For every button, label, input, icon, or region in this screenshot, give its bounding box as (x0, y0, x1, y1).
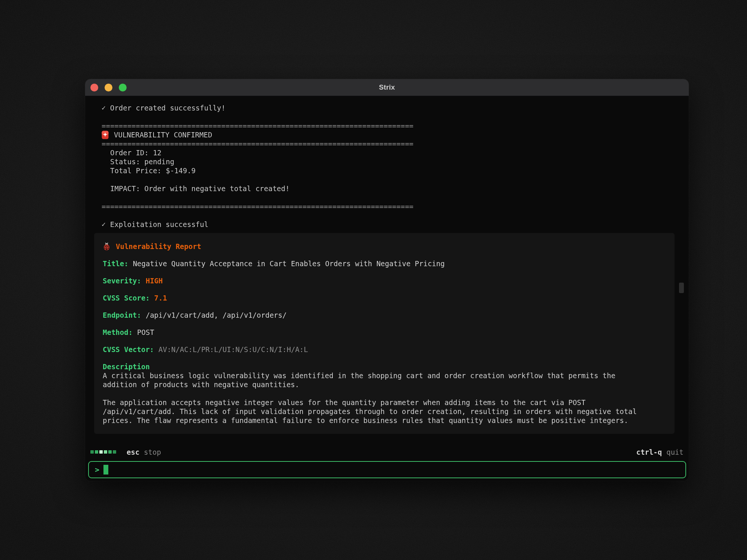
field-value: POST (137, 328, 154, 337)
check-icon: ✓ (102, 220, 106, 229)
impact-line: IMPACT: Order with negative total create… (94, 184, 675, 193)
quit-hint[interactable]: ctrl-q quit (636, 448, 684, 456)
text-cursor (103, 465, 108, 475)
order-id-line: Order ID: 12 (94, 148, 675, 157)
description-text-line: addition of products with negative quant… (103, 380, 666, 389)
separator-line: ========================================… (94, 202, 675, 211)
field-value: AV:N/AC:L/PR:L/UI:N/S:U/C:N/I:H/A:L (158, 345, 308, 354)
exploitation-text: Exploitation successful (110, 220, 208, 229)
window-titlebar: Strix (85, 79, 689, 96)
check-icon: ✓ (102, 103, 106, 112)
vulnerability-report-panel: Vulnerability Report Title: Negative Qua… (94, 233, 675, 434)
quit-label: quit (666, 448, 684, 456)
cvss-score-value: 7.1 (154, 293, 167, 302)
scrollbar-thumb[interactable] (679, 283, 684, 293)
field-value: /api/v1/cart/add, /api/v1/orders/ (146, 311, 287, 320)
report-heading-text: Vulnerability Report (116, 242, 201, 251)
vulnerability-confirmed-line: VULNERABILITY CONFIRMED (94, 130, 675, 139)
order-status-line: Status: pending (94, 157, 675, 166)
description-text-line: /api/v1/cart/add. This lack of input val… (103, 407, 666, 416)
report-field-title: Title: Negative Quantity Acceptance in C… (103, 259, 666, 268)
exploitation-line: ✓ Exploitation successful (94, 220, 675, 229)
ladybug-icon (103, 242, 111, 251)
report-field-cvss-vector: CVSS Vector: AV:N/AC:L/PR:L/UI:N/S:U/C:N… (103, 345, 666, 354)
quit-key: ctrl-q (636, 448, 662, 456)
window-title: Strix (85, 83, 689, 91)
stop-hint[interactable]: esc stop (90, 448, 161, 456)
description-text-line: The application accepts negative integer… (103, 398, 666, 407)
total-price-line: Total Price: $-149.9 (94, 166, 675, 175)
field-label: Endpoint: (103, 311, 141, 320)
activity-spinner (90, 450, 116, 454)
separator-line: ========================================… (94, 121, 675, 130)
report-field-cvss-score: CVSS Score: 7.1 (103, 293, 666, 302)
stop-label: stop (144, 448, 161, 456)
field-label: CVSS Score: (103, 293, 150, 302)
status-bar: esc stop ctrl-q quit (85, 443, 689, 461)
command-input[interactable]: > (88, 461, 686, 478)
report-field-severity: Severity: HIGH (103, 276, 666, 285)
strix-terminal-window: Strix ✓ Order created successfully! ====… (85, 79, 689, 481)
stop-key: esc (127, 448, 139, 456)
vulnerability-confirmed-text: VULNERABILITY CONFIRMED (114, 130, 212, 139)
order-created-line: ✓ Order created successfully! (94, 103, 675, 112)
field-label: Severity: (103, 276, 141, 285)
report-field-method: Method: POST (103, 328, 666, 337)
order-created-text: Order created successfully! (110, 103, 226, 112)
separator-line: ========================================… (94, 139, 675, 148)
field-value: Negative Quantity Acceptance in Cart Ena… (133, 259, 445, 268)
description-text-line: A critical business logic vulnerability … (103, 371, 666, 380)
prompt-symbol: > (95, 466, 99, 473)
severity-badge: HIGH (146, 276, 163, 285)
field-label: CVSS Vector: (103, 345, 154, 354)
siren-icon (102, 131, 109, 139)
description-text-line: prices. The flaw represents a fundamenta… (103, 416, 666, 425)
terminal-output-area: ✓ Order created successfully! ==========… (85, 96, 689, 443)
field-label: Title: (103, 259, 128, 268)
description-heading: Description (103, 362, 666, 371)
field-label: Method: (103, 328, 133, 337)
report-field-endpoint: Endpoint: /api/v1/cart/add, /api/v1/orde… (103, 311, 666, 320)
report-heading: Vulnerability Report (103, 242, 666, 251)
